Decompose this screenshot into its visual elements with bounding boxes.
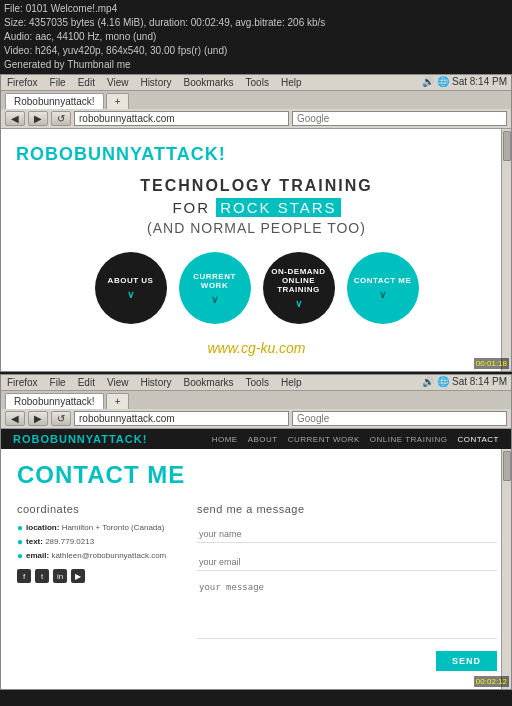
system-tray: 🔊 🌐 Sat 8:14 PM	[422, 76, 507, 89]
watermark: www.cg-ku.com	[16, 340, 497, 356]
timestamp-1: 00:01:18	[474, 358, 509, 369]
site-navbar: ROBOBUNNYATTACK! HOME ABOUT CURRENT WORK…	[1, 429, 511, 449]
email-input[interactable]	[197, 554, 497, 571]
circle-current-work[interactable]: CURRENT WORK ∨	[179, 252, 251, 324]
menu-bookmarks[interactable]: Bookmarks	[182, 76, 236, 89]
file-info-bar: File: 0101 Welcome!.mp4 Size: 4357035 by…	[0, 0, 512, 74]
search-bar-1[interactable]	[292, 111, 507, 126]
refresh-button-1[interactable]: ↺	[51, 111, 71, 126]
forward-button-1[interactable]: ▶	[28, 111, 48, 126]
menu2-file[interactable]: File	[48, 376, 68, 389]
linkedin-icon[interactable]: in	[53, 569, 67, 583]
menu-tools[interactable]: Tools	[244, 76, 271, 89]
menu2-edit[interactable]: Edit	[76, 376, 97, 389]
menu2-view[interactable]: View	[105, 376, 131, 389]
circle-contact[interactable]: CONTACT ME ∨	[347, 252, 419, 324]
scrollbar-1[interactable]	[501, 129, 511, 371]
browser-toolbar-2: ◀ ▶ ↺	[1, 409, 511, 429]
nav-online-training[interactable]: ONLINE TRAINING	[370, 435, 448, 444]
menu2-bookmarks[interactable]: Bookmarks	[182, 376, 236, 389]
url-bar-2[interactable]	[74, 411, 289, 426]
social-icons-row: f t in ▶	[17, 569, 177, 583]
circle-online-training[interactable]: ON-DEMAND ONLINE TRAINING ∨	[263, 252, 335, 324]
browser-toolbar-1: ◀ ▶ ↺	[1, 109, 511, 129]
tab-robobunny-2[interactable]: Robobunnyattack!	[5, 393, 104, 409]
menu2-tools[interactable]: Tools	[244, 376, 271, 389]
site-navbar-logo: ROBOBUNNYATTACK!	[13, 433, 147, 445]
timestamp-2: 00:02:12	[474, 676, 509, 687]
file-size: Size: 4357035 bytes (4.16 MiB), duration…	[4, 16, 508, 30]
website-content-1: ROBOBUNNYATTACK! TECHNOLOGY TRAINING FOR…	[1, 129, 511, 371]
back-button-2[interactable]: ◀	[5, 411, 25, 426]
tab-new-1[interactable]: +	[106, 93, 130, 109]
url-bar-1[interactable]	[74, 111, 289, 126]
back-button-1[interactable]: ◀	[5, 111, 25, 126]
menu2-history[interactable]: History	[138, 376, 173, 389]
file-video: Video: h264, yuv420p, 864x540, 30.00 fps…	[4, 44, 508, 58]
text-value: 289.779.0213	[45, 537, 94, 546]
facebook-icon[interactable]: f	[17, 569, 31, 583]
twitter-icon[interactable]: t	[35, 569, 49, 583]
menu-help[interactable]: Help	[279, 76, 304, 89]
message-textarea[interactable]	[197, 579, 497, 639]
menu2-firefox[interactable]: Firefox	[5, 376, 40, 389]
menu-firefox[interactable]: Firefox	[5, 76, 40, 89]
browser-window-1: Firefox File Edit View History Bookmarks…	[0, 74, 512, 372]
browser-window-2: Firefox File Edit View History Bookmarks…	[0, 374, 512, 690]
email-dot-icon: ●	[17, 551, 23, 561]
search-bar-2[interactable]	[292, 411, 507, 426]
chevron-contact: ∨	[379, 289, 387, 300]
headline-highlight: ROCK STARS	[216, 198, 340, 217]
menu-view[interactable]: View	[105, 76, 131, 89]
menu2-help[interactable]: Help	[279, 376, 304, 389]
coord-location: ● location: Hamilton + Toronto (Canada)	[17, 523, 177, 533]
scrollbar-thumb-2[interactable]	[503, 451, 511, 481]
menu-file[interactable]: File	[48, 76, 68, 89]
file-generated: Generated by Thumbnail me	[4, 58, 508, 72]
location-label: location:	[26, 523, 59, 532]
tab-robobunny-1[interactable]: Robobunnyattack!	[5, 93, 104, 109]
name-input[interactable]	[197, 526, 497, 543]
headline-1: TECHNOLOGY TRAINING	[16, 177, 497, 195]
circles-row: ABOUT US ∨ CURRENT WORK ∨ ON-DEMAND ONLI…	[16, 252, 497, 324]
email-value: kathleen@robobunnyattack.com	[51, 551, 166, 560]
forward-button-2[interactable]: ▶	[28, 411, 48, 426]
send-button[interactable]: SEND	[436, 651, 497, 671]
message-heading: send me a message	[197, 503, 497, 515]
file-name: File: 0101 Welcome!.mp4	[4, 2, 508, 16]
circle-about[interactable]: ABOUT US ∨	[95, 252, 167, 324]
headline-3: (AND NORMAL PEOPLE TOO)	[16, 220, 497, 236]
coord-text: ● text: 289.779.0213	[17, 537, 177, 547]
nav-contact[interactable]: CONTACT	[457, 435, 499, 444]
refresh-button-2[interactable]: ↺	[51, 411, 71, 426]
headline-2: FOR ROCK STARS	[16, 199, 497, 216]
message-form-column: send me a message SEND	[197, 503, 497, 671]
menu-bar-1: Firefox File Edit View History Bookmarks…	[1, 75, 511, 91]
site-logo-1: ROBOBUNNYATTACK!	[16, 144, 497, 165]
nav-home[interactable]: HOME	[212, 435, 238, 444]
tab-bar-1: Robobunnyattack! +	[1, 91, 511, 109]
coordinates-heading: coordinates	[17, 503, 177, 515]
coordinates-column: coordinates ● location: Hamilton + Toron…	[17, 503, 177, 671]
youtube-icon[interactable]: ▶	[71, 569, 85, 583]
scrollbar-2[interactable]	[501, 449, 511, 689]
location-dot-icon: ●	[17, 523, 23, 533]
location-value: Hamilton + Toronto (Canada)	[62, 523, 165, 532]
email-label: email:	[26, 551, 49, 560]
contact-page-title: CONTACT ME	[17, 461, 497, 489]
menu-history[interactable]: History	[138, 76, 173, 89]
tab-new-2[interactable]: +	[106, 393, 130, 409]
tab-bar-2: Robobunnyattack! +	[1, 391, 511, 409]
contact-page-content: CONTACT ME coordinates ● location: Hamil…	[1, 449, 511, 689]
nav-current-work[interactable]: CURRENT WORK	[288, 435, 360, 444]
text-dot-icon: ●	[17, 537, 23, 547]
menu-bar-2: Firefox File Edit View History Bookmarks…	[1, 375, 511, 391]
nav-about[interactable]: ABOUT	[248, 435, 278, 444]
text-label: text:	[26, 537, 43, 546]
contact-columns: coordinates ● location: Hamilton + Toron…	[17, 503, 497, 671]
chevron-current: ∨	[211, 294, 219, 305]
scrollbar-thumb-1[interactable]	[503, 131, 511, 161]
site-nav-links: HOME ABOUT CURRENT WORK ONLINE TRAINING …	[212, 435, 499, 444]
menu-edit[interactable]: Edit	[76, 76, 97, 89]
coord-email: ● email: kathleen@robobunnyattack.com	[17, 551, 177, 561]
